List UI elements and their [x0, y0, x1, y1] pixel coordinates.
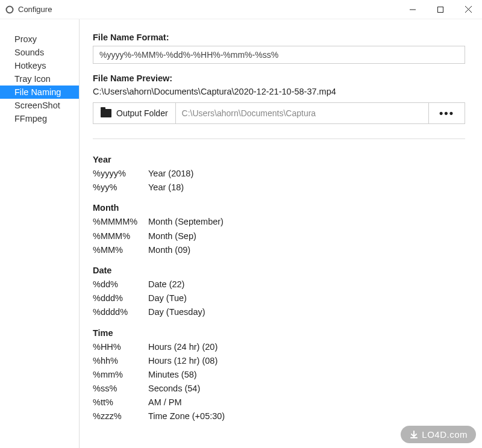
- ref-desc: AM / PM: [148, 396, 182, 409]
- divider: [93, 138, 465, 139]
- svg-rect-2: [438, 7, 443, 12]
- ref-desc: Day (Tue): [148, 291, 187, 305]
- ref-row: %ss%Seconds (54): [93, 382, 465, 396]
- ref-section-title: Month: [93, 203, 465, 213]
- ref-token: %ss%: [93, 382, 148, 396]
- watermark-text: LO4D.com: [422, 429, 468, 440]
- ref-desc: Minutes (58): [148, 368, 197, 382]
- ref-token: %HH%: [93, 340, 148, 354]
- sidebar-item-hotkeys[interactable]: Hotkeys: [0, 59, 79, 72]
- ref-token: %tt%: [93, 396, 148, 409]
- ref-row: %yy%Year (18): [93, 181, 465, 194]
- sidebar-item-sounds[interactable]: Sounds: [0, 46, 79, 59]
- sidebar-item-screenshot[interactable]: ScreenShot: [0, 99, 79, 112]
- main-panel: File Name Format: File Name Preview: C:\…: [80, 19, 482, 448]
- ref-token: %mm%: [93, 368, 148, 382]
- preview-label: File Name Preview:: [93, 73, 465, 83]
- ref-token: %MMMM%: [93, 215, 148, 229]
- ref-token: %dddd%: [93, 305, 148, 319]
- ref-row: %HH%Hours (24 hr) (20): [93, 340, 465, 354]
- ref-section-title: Year: [93, 155, 465, 164]
- ref-row: %MMMM%Month (September): [93, 215, 465, 229]
- sidebar-item-proxy[interactable]: Proxy: [0, 33, 79, 46]
- output-folder-row: Output Folder C:\Users\ahorn\Documents\C…: [93, 102, 465, 124]
- ref-table: %yyyy%Year (2018)%yy%Year (18): [93, 167, 465, 194]
- browse-button[interactable]: •••: [428, 103, 465, 123]
- window-controls: [399, 0, 482, 19]
- close-button[interactable]: [454, 0, 482, 19]
- output-folder-button[interactable]: Output Folder: [93, 103, 176, 123]
- ref-desc: Month (Sep): [148, 229, 196, 243]
- ref-token: %MMM%: [93, 229, 148, 243]
- sidebar-item-ffmpeg[interactable]: FFmpeg: [0, 112, 79, 125]
- format-label: File Name Format:: [93, 33, 465, 42]
- window-title: Configure: [18, 5, 399, 14]
- ref-desc: Day (Tuesday): [148, 305, 205, 319]
- ref-row: %tt%AM / PM: [93, 396, 465, 409]
- ref-desc: Date (22): [148, 278, 184, 291]
- output-folder-label: Output Folder: [116, 108, 168, 118]
- sidebar-item-tray-icon[interactable]: Tray Icon: [0, 72, 79, 86]
- ref-desc: Hours (24 hr) (20): [148, 340, 218, 354]
- ref-desc: Month (September): [148, 215, 224, 229]
- ref-desc: Time Zone (+05:30): [148, 409, 225, 423]
- ref-token: %MM%: [93, 243, 148, 257]
- sidebar-item-file-naming[interactable]: File Naming: [0, 86, 79, 99]
- preview-value: C:\Users\ahorn\Documents\Captura\2020-12…: [93, 87, 465, 96]
- ref-token: %zzz%: [93, 409, 148, 423]
- ref-desc: Year (18): [148, 181, 184, 194]
- ref-row: %yyyy%Year (2018): [93, 167, 465, 181]
- ref-desc: Month (09): [148, 243, 190, 257]
- ref-token: %yyyy%: [93, 167, 148, 181]
- ref-token: %dd%: [93, 278, 148, 291]
- ref-token: %ddd%: [93, 291, 148, 305]
- svg-point-0: [7, 6, 13, 13]
- ref-row: %hh%Hours (12 hr) (08): [93, 354, 465, 368]
- format-reference: Year%yyyy%Year (2018)%yy%Year (18)Month%…: [93, 155, 465, 424]
- ref-desc: Year (2018): [148, 167, 193, 181]
- ref-table: %MMMM%Month (September)%MMM%Month (Sep)%…: [93, 215, 465, 257]
- sidebar: ProxySoundsHotkeysTray IconFile NamingSc…: [0, 19, 80, 448]
- minimize-button[interactable]: [399, 0, 427, 19]
- ref-section-title: Time: [93, 328, 465, 338]
- ref-desc: Hours (12 hr) (08): [148, 354, 218, 368]
- ref-table: %HH%Hours (24 hr) (20)%hh%Hours (12 hr) …: [93, 340, 465, 424]
- ref-row: %dd%Date (22): [93, 278, 465, 291]
- ref-row: %zzz%Time Zone (+05:30): [93, 409, 465, 423]
- ref-row: %dddd%Day (Tuesday): [93, 305, 465, 319]
- watermark: LO4D.com: [401, 426, 476, 443]
- folder-icon: [101, 109, 111, 117]
- ref-row: %ddd%Day (Tue): [93, 291, 465, 305]
- format-input[interactable]: [93, 46, 465, 64]
- ref-token: %hh%: [93, 354, 148, 368]
- ref-row: %MM%Month (09): [93, 243, 465, 257]
- ref-token: %yy%: [93, 181, 148, 194]
- output-folder-path: C:\Users\ahorn\Documents\Captura: [176, 103, 428, 123]
- maximize-button[interactable]: [427, 0, 454, 19]
- ref-table: %dd%Date (22)%ddd%Day (Tue)%dddd%Day (Tu…: [93, 278, 465, 320]
- ref-section-title: Date: [93, 266, 465, 275]
- ref-row: %mm%Minutes (58): [93, 368, 465, 382]
- ref-row: %MMM%Month (Sep): [93, 229, 465, 243]
- titlebar: Configure: [0, 0, 482, 19]
- app-icon: [5, 5, 14, 14]
- ref-desc: Seconds (54): [148, 382, 200, 396]
